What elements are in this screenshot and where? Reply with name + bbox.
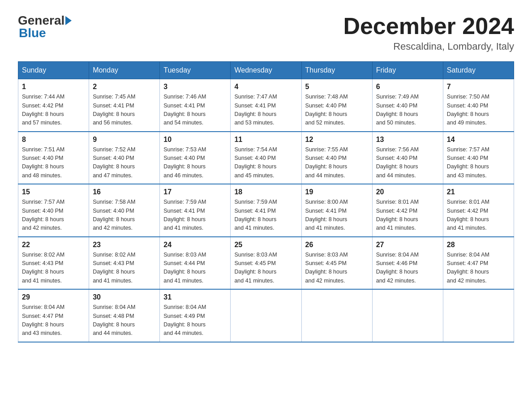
day-info: Sunrise: 7:54 AM Sunset: 4:40 PM Dayligh… xyxy=(234,146,297,180)
calendar-week-row: 29 Sunrise: 8:04 AM Sunset: 4:47 PM Dayl… xyxy=(18,289,514,342)
month-title: December 2024 xyxy=(343,13,514,39)
day-info: Sunrise: 8:04 AM Sunset: 4:48 PM Dayligh… xyxy=(93,303,156,338)
day-number: 29 xyxy=(22,293,85,301)
page-header: General Blue December 2024 Rescaldina, L… xyxy=(18,13,514,52)
table-row: 3 Sunrise: 7:46 AM Sunset: 4:41 PM Dayli… xyxy=(160,79,231,132)
table-row: 29 Sunrise: 8:04 AM Sunset: 4:47 PM Dayl… xyxy=(18,289,89,342)
day-info: Sunrise: 7:52 AM Sunset: 4:40 PM Dayligh… xyxy=(93,146,156,180)
day-info: Sunrise: 7:55 AM Sunset: 4:40 PM Dayligh… xyxy=(305,146,369,180)
day-info: Sunrise: 7:46 AM Sunset: 4:41 PM Dayligh… xyxy=(163,93,227,128)
day-number: 9 xyxy=(93,136,156,144)
day-info: Sunrise: 7:51 AM Sunset: 4:40 PM Dayligh… xyxy=(22,146,85,180)
header-tuesday: Tuesday xyxy=(160,62,231,79)
day-info: Sunrise: 7:44 AM Sunset: 4:42 PM Dayligh… xyxy=(22,93,85,128)
day-number: 16 xyxy=(93,188,156,196)
day-info: Sunrise: 7:50 AM Sunset: 4:40 PM Dayligh… xyxy=(447,93,510,128)
day-info: Sunrise: 8:04 AM Sunset: 4:47 PM Dayligh… xyxy=(447,251,510,286)
day-number: 7 xyxy=(447,83,510,91)
table-row: 5 Sunrise: 7:48 AM Sunset: 4:40 PM Dayli… xyxy=(301,79,372,132)
day-number: 28 xyxy=(447,241,510,249)
table-row: 13 Sunrise: 7:56 AM Sunset: 4:40 PM Dayl… xyxy=(372,132,443,184)
table-row: 14 Sunrise: 7:57 AM Sunset: 4:40 PM Dayl… xyxy=(443,132,514,184)
header-sunday: Sunday xyxy=(18,62,89,79)
table-row: 24 Sunrise: 8:03 AM Sunset: 4:44 PM Dayl… xyxy=(160,237,231,290)
day-info: Sunrise: 8:03 AM Sunset: 4:44 PM Dayligh… xyxy=(163,251,227,286)
day-info: Sunrise: 8:02 AM Sunset: 4:43 PM Dayligh… xyxy=(93,251,156,286)
calendar-week-row: 22 Sunrise: 8:02 AM Sunset: 4:43 PM Dayl… xyxy=(18,237,514,290)
calendar-week-row: 15 Sunrise: 7:57 AM Sunset: 4:40 PM Dayl… xyxy=(18,184,514,237)
title-section: December 2024 Rescaldina, Lombardy, Ital… xyxy=(343,13,514,52)
day-info: Sunrise: 7:49 AM Sunset: 4:40 PM Dayligh… xyxy=(376,93,439,128)
day-info: Sunrise: 8:00 AM Sunset: 4:41 PM Dayligh… xyxy=(305,198,369,233)
day-number: 4 xyxy=(234,83,297,91)
day-number: 26 xyxy=(305,241,369,249)
day-info: Sunrise: 8:03 AM Sunset: 4:45 PM Dayligh… xyxy=(234,251,297,286)
table-row: 15 Sunrise: 7:57 AM Sunset: 4:40 PM Dayl… xyxy=(18,184,89,237)
table-row: 31 Sunrise: 8:04 AM Sunset: 4:49 PM Dayl… xyxy=(160,289,231,342)
day-info: Sunrise: 7:47 AM Sunset: 4:41 PM Dayligh… xyxy=(234,93,297,128)
calendar-header-row: Sunday Monday Tuesday Wednesday Thursday… xyxy=(18,62,514,79)
day-info: Sunrise: 8:01 AM Sunset: 4:42 PM Dayligh… xyxy=(447,198,510,233)
day-number: 21 xyxy=(447,188,510,196)
table-row: 8 Sunrise: 7:51 AM Sunset: 4:40 PM Dayli… xyxy=(18,132,89,184)
table-row: 7 Sunrise: 7:50 AM Sunset: 4:40 PM Dayli… xyxy=(443,79,514,132)
day-info: Sunrise: 8:01 AM Sunset: 4:42 PM Dayligh… xyxy=(376,198,439,233)
day-number: 11 xyxy=(234,136,297,144)
day-number: 10 xyxy=(163,136,227,144)
day-number: 14 xyxy=(447,136,510,144)
header-thursday: Thursday xyxy=(301,62,372,79)
day-info: Sunrise: 7:58 AM Sunset: 4:40 PM Dayligh… xyxy=(93,198,156,233)
day-number: 12 xyxy=(305,136,369,144)
day-info: Sunrise: 7:59 AM Sunset: 4:41 PM Dayligh… xyxy=(234,198,297,233)
day-number: 25 xyxy=(234,241,297,249)
header-saturday: Saturday xyxy=(443,62,514,79)
table-row: 23 Sunrise: 8:02 AM Sunset: 4:43 PM Dayl… xyxy=(89,237,160,290)
day-number: 18 xyxy=(234,188,297,196)
day-number: 20 xyxy=(376,188,439,196)
logo: General Blue xyxy=(18,13,73,40)
logo-blue: Blue xyxy=(19,26,46,40)
table-row xyxy=(443,289,514,342)
calendar-table: Sunday Monday Tuesday Wednesday Thursday… xyxy=(18,61,514,342)
logo-arrow-icon xyxy=(65,16,72,25)
table-row: 21 Sunrise: 8:01 AM Sunset: 4:42 PM Dayl… xyxy=(443,184,514,237)
table-row: 17 Sunrise: 7:59 AM Sunset: 4:41 PM Dayl… xyxy=(160,184,231,237)
header-monday: Monday xyxy=(89,62,160,79)
table-row: 9 Sunrise: 7:52 AM Sunset: 4:40 PM Dayli… xyxy=(89,132,160,184)
day-info: Sunrise: 7:57 AM Sunset: 4:40 PM Dayligh… xyxy=(22,198,85,233)
calendar-week-row: 1 Sunrise: 7:44 AM Sunset: 4:42 PM Dayli… xyxy=(18,79,514,132)
day-info: Sunrise: 7:45 AM Sunset: 4:41 PM Dayligh… xyxy=(93,93,156,128)
day-number: 2 xyxy=(93,83,156,91)
day-number: 8 xyxy=(22,136,85,144)
header-wednesday: Wednesday xyxy=(231,62,301,79)
day-number: 1 xyxy=(22,83,85,91)
day-number: 5 xyxy=(305,83,369,91)
table-row: 30 Sunrise: 8:04 AM Sunset: 4:48 PM Dayl… xyxy=(89,289,160,342)
table-row xyxy=(301,289,372,342)
table-row: 27 Sunrise: 8:04 AM Sunset: 4:46 PM Dayl… xyxy=(372,237,443,290)
day-info: Sunrise: 8:04 AM Sunset: 4:49 PM Dayligh… xyxy=(163,303,227,338)
table-row: 16 Sunrise: 7:58 AM Sunset: 4:40 PM Dayl… xyxy=(89,184,160,237)
day-number: 17 xyxy=(163,188,227,196)
day-number: 19 xyxy=(305,188,369,196)
day-number: 15 xyxy=(22,188,85,196)
day-number: 13 xyxy=(376,136,439,144)
table-row: 22 Sunrise: 8:02 AM Sunset: 4:43 PM Dayl… xyxy=(18,237,89,290)
calendar-week-row: 8 Sunrise: 7:51 AM Sunset: 4:40 PM Dayli… xyxy=(18,132,514,184)
day-number: 3 xyxy=(163,83,227,91)
table-row xyxy=(372,289,443,342)
table-row: 4 Sunrise: 7:47 AM Sunset: 4:41 PM Dayli… xyxy=(231,79,301,132)
table-row: 2 Sunrise: 7:45 AM Sunset: 4:41 PM Dayli… xyxy=(89,79,160,132)
table-row: 19 Sunrise: 8:00 AM Sunset: 4:41 PM Dayl… xyxy=(301,184,372,237)
header-friday: Friday xyxy=(372,62,443,79)
table-row: 12 Sunrise: 7:55 AM Sunset: 4:40 PM Dayl… xyxy=(301,132,372,184)
day-info: Sunrise: 8:04 AM Sunset: 4:46 PM Dayligh… xyxy=(376,251,439,286)
day-info: Sunrise: 7:59 AM Sunset: 4:41 PM Dayligh… xyxy=(163,198,227,233)
table-row: 6 Sunrise: 7:49 AM Sunset: 4:40 PM Dayli… xyxy=(372,79,443,132)
location: Rescaldina, Lombardy, Italy xyxy=(343,41,514,52)
table-row: 11 Sunrise: 7:54 AM Sunset: 4:40 PM Dayl… xyxy=(231,132,301,184)
table-row: 18 Sunrise: 7:59 AM Sunset: 4:41 PM Dayl… xyxy=(231,184,301,237)
day-info: Sunrise: 7:57 AM Sunset: 4:40 PM Dayligh… xyxy=(447,146,510,180)
day-number: 31 xyxy=(163,293,227,301)
day-info: Sunrise: 7:48 AM Sunset: 4:40 PM Dayligh… xyxy=(305,93,369,128)
